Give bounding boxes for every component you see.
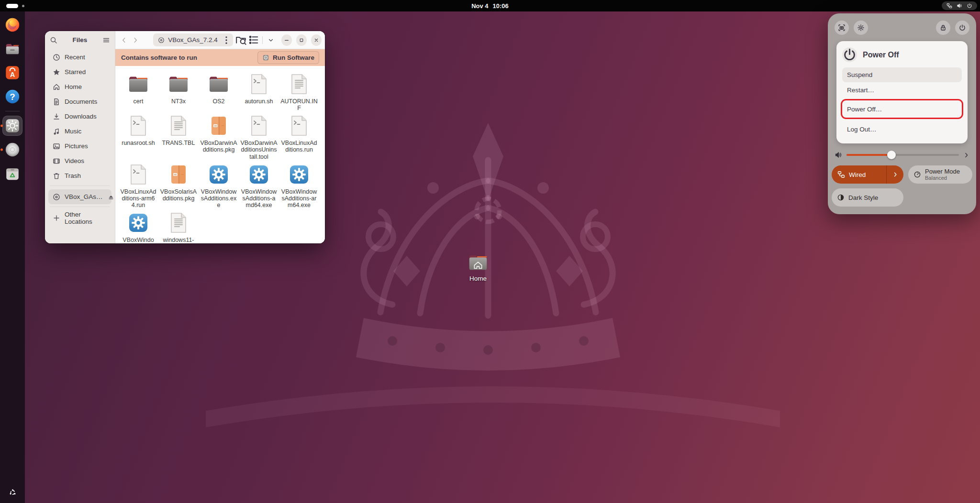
run-software-button[interactable]: Run Software xyxy=(257,51,319,64)
quick-settings-header xyxy=(828,21,976,35)
power-menu-item-log-out-[interactable]: Log Out… xyxy=(842,122,962,137)
files-icon xyxy=(4,41,21,57)
file-item[interactable]: TRANS.TBL xyxy=(158,111,199,160)
slider-knob[interactable] xyxy=(887,151,896,159)
file-item[interactable]: VBoxWindowsAdditions.exe xyxy=(199,160,239,208)
power-off-menu: Power Off SuspendRestart…Power Off…Log O… xyxy=(836,41,968,143)
sidebar-item-label: Recent xyxy=(65,54,85,61)
settings-icon xyxy=(4,118,21,134)
power-menu-item-restart-[interactable]: Restart… xyxy=(842,83,962,98)
list-view-icon[interactable] xyxy=(248,33,260,46)
file-item[interactable]: VBoxSolarisAdditions.pkg xyxy=(158,160,199,208)
dock-item-settings[interactable] xyxy=(2,116,22,136)
volume-slider[interactable] xyxy=(846,151,959,159)
kebab-menu-icon[interactable] xyxy=(221,34,232,45)
running-indicator xyxy=(0,149,3,151)
clock[interactable]: Nov 4 10:06 xyxy=(471,2,509,10)
gauge-icon xyxy=(913,171,921,178)
sidebar-item-videos[interactable]: Videos xyxy=(48,153,111,168)
search-folder-icon[interactable] xyxy=(235,33,247,46)
qs-button-gear[interactable] xyxy=(854,21,868,35)
disc-icon xyxy=(4,142,21,158)
hamburger-menu-icon[interactable] xyxy=(102,36,110,44)
wired-expand-chevron-icon[interactable] xyxy=(886,165,903,184)
sidebar-item-documents[interactable]: Documents xyxy=(48,94,111,109)
file-item[interactable]: VBoxLinuxAdditions-arm64.run xyxy=(118,160,158,208)
file-item[interactable]: VBoxDarwinAdditions.pkg xyxy=(199,111,239,160)
sidebar-item-starred[interactable]: Starred xyxy=(48,65,111,79)
package-file-icon xyxy=(207,114,230,137)
power-menu-item-suspend[interactable]: Suspend xyxy=(842,67,962,82)
sidebar-item-music[interactable]: Music xyxy=(48,124,111,139)
qs-button-lock[interactable] xyxy=(936,21,950,35)
minimize-button[interactable] xyxy=(281,34,292,46)
forward-button[interactable] xyxy=(130,34,141,46)
power-menu-item-power-off-[interactable]: Power Off… xyxy=(842,100,962,118)
text-file-icon xyxy=(288,73,311,96)
search-icon[interactable] xyxy=(50,36,57,44)
file-name: VBoxLinuxAdditions.run xyxy=(280,140,318,153)
file-item[interactable]: NT3x xyxy=(158,70,199,111)
file-name: VBoxDarwinAdditions.pkg xyxy=(200,140,237,153)
file-item[interactable]: autorun.sh xyxy=(239,70,279,111)
file-item[interactable]: runasroot.sh xyxy=(118,111,158,160)
help-icon: ? xyxy=(4,88,21,105)
location-bar[interactable]: VBox_GAs_7.2.4 xyxy=(153,33,233,46)
wired-network-tile[interactable]: Wired xyxy=(832,165,903,184)
eject-icon[interactable] xyxy=(107,193,115,201)
file-name: VBoxWindowsAdditions.exe xyxy=(200,188,237,208)
workspace-indicator[interactable] xyxy=(6,4,24,8)
file-item[interactable]: VBoxWindo xyxy=(118,208,158,243)
dock-item-firefox[interactable] xyxy=(2,15,22,35)
power-menu-item-label: Restart… xyxy=(847,87,874,94)
file-name: VBoxWindowsAdditions-arm64.exe xyxy=(280,188,318,208)
network-icon xyxy=(947,3,952,9)
sidebar-item-trash[interactable]: Trash xyxy=(48,168,111,183)
file-item[interactable]: windows11- xyxy=(158,208,199,243)
lock-icon xyxy=(939,24,947,32)
file-item[interactable]: VBoxWindowsAdditions-amd64.exe xyxy=(239,160,279,208)
desktop-home-folder[interactable]: Home xyxy=(461,252,495,282)
dock-item-files[interactable] xyxy=(2,39,22,59)
close-button[interactable] xyxy=(311,34,322,46)
qs-button-screenshot[interactable] xyxy=(835,21,849,35)
slider-fill xyxy=(846,154,891,156)
dock-item-help[interactable]: ? xyxy=(2,87,22,107)
file-item[interactable]: cert xyxy=(118,70,158,111)
file-item[interactable]: VBoxLinuxAdditions.run xyxy=(279,111,319,160)
file-item[interactable]: AUTORUN.INF xyxy=(279,70,319,111)
running-indicator xyxy=(0,125,3,127)
sidebar-item-pictures[interactable]: Pictures xyxy=(48,139,111,153)
back-button[interactable] xyxy=(119,34,129,46)
dock-item-trash[interactable] xyxy=(2,164,22,184)
ubuntu-logo-icon[interactable] xyxy=(6,486,19,499)
power-mode-tile[interactable]: Power Mode Balanced xyxy=(908,165,972,184)
file-name: TRANS.TBL xyxy=(162,140,195,146)
dock-item-disc[interactable] xyxy=(2,140,22,160)
maximize-button[interactable] xyxy=(296,34,307,46)
file-item[interactable]: OS2 xyxy=(199,70,239,111)
sidebar-item-home[interactable]: Home xyxy=(48,79,111,94)
dark-style-tile[interactable]: Dark Style xyxy=(832,188,903,207)
file-item[interactable]: VBoxWindowsAdditions-arm64.exe xyxy=(279,160,319,208)
sidebar-item-other-locations[interactable]: Other Locations xyxy=(48,210,111,225)
sidebar-item-downloads[interactable]: Downloads xyxy=(48,109,111,124)
view-options-chevron-icon[interactable] xyxy=(265,33,277,46)
software-banner: Contains software to run Run Software xyxy=(115,49,325,66)
files-sidebar: Files RecentStarredHomeDocumentsDownload… xyxy=(45,31,115,243)
file-name: VBoxSolarisAdditions.pkg xyxy=(160,188,197,202)
system-tray[interactable] xyxy=(942,1,977,10)
file-name: windows11- xyxy=(163,237,194,243)
script-file-icon xyxy=(288,114,311,137)
wallpaper-swoosh xyxy=(206,325,780,449)
sidebar-item-device[interactable]: VBox_GAs… xyxy=(48,189,111,204)
trash-small-icon xyxy=(53,172,60,180)
file-item[interactable]: VBoxDarwinAdditionsUninstall.tool xyxy=(239,111,279,160)
qs-button-power[interactable] xyxy=(955,21,969,35)
sidebar-item-label: Home xyxy=(65,83,82,90)
sidebar-item-recent[interactable]: Recent xyxy=(48,50,111,65)
volume-expand-chevron-icon[interactable] xyxy=(963,152,969,158)
clock-time: 10:06 xyxy=(493,2,509,10)
text-file-icon xyxy=(167,211,190,234)
dock-item-app-center[interactable]: A xyxy=(2,63,22,83)
